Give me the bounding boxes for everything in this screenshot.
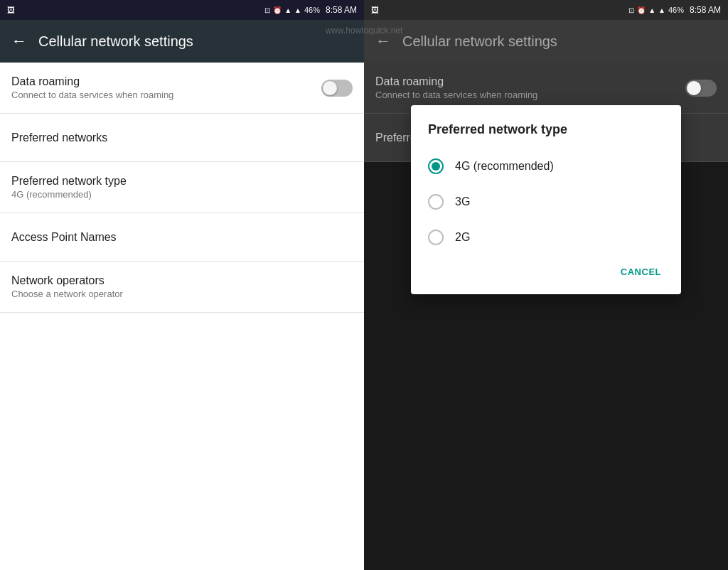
network-operators-title: Network operators xyxy=(11,274,123,287)
right-top-bar: ← Cellular network settings xyxy=(364,20,728,63)
radio-4g[interactable] xyxy=(428,158,444,174)
right-back-button[interactable]: ← xyxy=(375,32,391,50)
right-status-left: 🖼 xyxy=(371,6,379,14)
left-panel: 🖼 ⊡ ⏰ ▲ ▲ 46% 8:58 AM ← Cellular network… xyxy=(0,0,364,570)
left-top-bar: ← Cellular network settings xyxy=(0,20,364,63)
right-wifi-icon: ▲ xyxy=(648,6,655,14)
settings-item-preferred-networks[interactable]: Preferred networks xyxy=(0,114,364,162)
dialog-option-3g-label: 3G xyxy=(455,195,470,208)
right-battery-percent: 46% xyxy=(668,6,684,14)
dialog-option-4g-label: 4G (recommended) xyxy=(455,160,554,173)
radio-3g[interactable] xyxy=(428,194,444,210)
preferred-network-type-dialog: Preferred network type 4G (recommended) … xyxy=(411,105,681,294)
settings-item-access-point-names[interactable]: Access Point Names xyxy=(0,213,364,262)
data-roaming-title: Data roaming xyxy=(11,75,173,88)
dialog-title: Preferred network type xyxy=(411,122,681,149)
time-display: 8:58 AM xyxy=(326,5,357,15)
status-left-icons: 🖼 xyxy=(7,6,15,14)
battery-percent: 46% xyxy=(304,6,320,14)
right-panel: 🖼 ⊡ ⏰ ▲ ▲ 46% 8:58 AM ← Cellular network… xyxy=(364,0,728,570)
dialog-option-2g-label: 2G xyxy=(455,231,470,244)
dialog-overlay: Preferred network type 4G (recommended) … xyxy=(364,63,728,570)
preferred-networks-title: Preferred networks xyxy=(11,131,107,144)
status-right-icons: ⊡ ⏰ ▲ ▲ 46% 8:58 AM xyxy=(264,5,357,15)
back-button[interactable]: ← xyxy=(11,32,27,50)
right-status-right: ⊡ ⏰ ▲ ▲ 46% 8:58 AM xyxy=(628,5,721,15)
vibrate-icon: ⊡ xyxy=(264,6,270,14)
wifi-icon: ▲ xyxy=(284,6,291,14)
right-page-title: Cellular network settings xyxy=(402,33,557,50)
access-point-names-title: Access Point Names xyxy=(11,231,117,244)
page-title: Cellular network settings xyxy=(38,33,193,50)
settings-list: www.howtoquick.net Data roaming Connect … xyxy=(0,63,364,570)
dialog-actions: CANCEL xyxy=(411,255,681,289)
right-time-display: 8:58 AM xyxy=(690,5,721,15)
image-icon: 🖼 xyxy=(7,6,15,14)
right-status-bar: 🖼 ⊡ ⏰ ▲ ▲ 46% 8:58 AM xyxy=(364,0,728,20)
settings-item-data-roaming[interactable]: Data roaming Connect to data services wh… xyxy=(0,63,364,114)
alarm-icon: ⏰ xyxy=(273,6,282,14)
data-roaming-subtitle: Connect to data services when roaming xyxy=(11,90,173,100)
settings-item-network-operators[interactable]: Network operators Choose a network opera… xyxy=(0,262,364,313)
dialog-option-4g[interactable]: 4G (recommended) xyxy=(411,149,681,184)
settings-item-preferred-network-type[interactable]: Preferred network type 4G (recommended) xyxy=(0,162,364,213)
network-operators-subtitle: Choose a network operator xyxy=(11,289,123,299)
radio-2g[interactable] xyxy=(428,230,444,245)
dialog-option-3g[interactable]: 3G xyxy=(411,184,681,220)
cancel-button[interactable]: CANCEL xyxy=(612,261,670,283)
right-alarm-icon: ⏰ xyxy=(637,6,646,14)
dialog-option-2g[interactable]: 2G xyxy=(411,220,681,255)
left-status-bar: 🖼 ⊡ ⏰ ▲ ▲ 46% 8:58 AM xyxy=(0,0,364,20)
right-content-area: Data roaming Connect to data services wh… xyxy=(364,63,728,570)
right-vibrate-icon: ⊡ xyxy=(628,6,634,14)
preferred-network-type-subtitle: 4G (recommended) xyxy=(11,189,127,200)
signal-icon: ▲ xyxy=(294,6,301,14)
preferred-network-type-title: Preferred network type xyxy=(11,175,127,188)
data-roaming-toggle[interactable] xyxy=(321,80,353,97)
right-signal-icon: ▲ xyxy=(658,6,665,14)
right-image-icon: 🖼 xyxy=(371,6,379,14)
